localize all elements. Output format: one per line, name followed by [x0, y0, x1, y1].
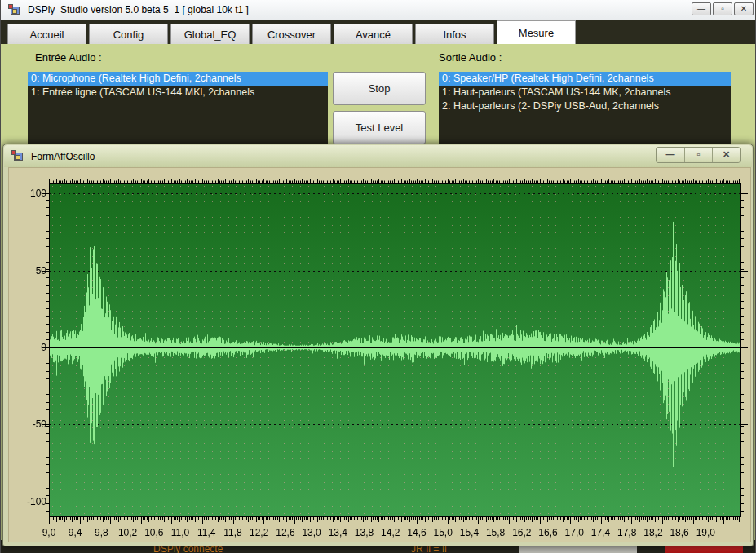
x-tick-label: 13,0 — [298, 527, 325, 538]
close-icon[interactable]: ✕ — [712, 148, 740, 162]
x-tick-label: 16,2 — [508, 527, 536, 538]
oscilloscope-window: FormAffOscillo — ▫ ✕ 100500-50-1009,09,4… — [2, 144, 754, 546]
minimize-icon[interactable]: — — [692, 2, 711, 15]
y-tick-label: 0 — [9, 342, 46, 353]
y-tick-label: 100 — [9, 188, 46, 199]
x-tick-label: 19,0 — [692, 527, 719, 538]
x-tick-label: 12,2 — [245, 527, 273, 538]
desktop-screenshot: DSPiy_Studio version 5.0 beta 5 1 [ glob… — [0, 0, 756, 553]
x-tick-label: 9,8 — [87, 527, 115, 538]
tab-config[interactable]: Config — [89, 24, 168, 44]
oscilloscope-client-area: 100500-50-1009,09,49,810,210,611,011,411… — [8, 167, 751, 542]
x-tick-label: 12,6 — [272, 527, 299, 538]
list-item[interactable]: 0: Microphone (Realtek High Defini, 2cha… — [28, 72, 328, 86]
tab-strip: Accueil Config Global_EQ Crossover Avanc… — [1, 20, 756, 44]
oscilloscope-titlebar[interactable]: FormAffOscillo — ▫ ✕ — [4, 145, 752, 167]
oscilloscope-title: FormAffOscillo — [31, 151, 95, 162]
x-tick-label: 13,4 — [324, 527, 351, 538]
close-icon[interactable]: ✕ — [734, 2, 754, 15]
maximize-icon[interactable]: ▫ — [684, 148, 712, 162]
tab-accueil[interactable]: Accueil — [7, 24, 86, 44]
x-tick-label: 13,8 — [351, 527, 378, 538]
list-item[interactable]: 2: Haut-parleurs (2- DSPiy USB-Aud, 2cha… — [439, 100, 731, 113]
x-tick-label: 14,2 — [377, 527, 405, 538]
x-tick-label: 11,0 — [166, 527, 194, 538]
form-icon — [11, 150, 24, 162]
x-tick-label: 15,8 — [482, 527, 510, 538]
x-tick-label: 11,4 — [192, 527, 220, 538]
x-tick-label: 9,0 — [35, 527, 63, 538]
x-tick-label: 15,0 — [429, 527, 457, 538]
window-title: DSPiy_Studio version 5.0 beta 5 1 [ glob… — [28, 4, 249, 15]
x-tick-label: 16,6 — [534, 527, 562, 538]
y-tick-label: 50 — [9, 265, 46, 276]
output-device-list[interactable]: 0: Speaker/HP (Realtek High Defini, 2cha… — [439, 72, 731, 145]
x-tick-label: 9,4 — [61, 527, 89, 538]
input-device-list[interactable]: 0: Microphone (Realtek High Defini, 2cha… — [28, 72, 328, 145]
x-tick-label: 10,2 — [114, 527, 142, 538]
x-tick-label: 17,0 — [560, 527, 588, 538]
input-audio-label: Entrée Audio : — [35, 51, 102, 64]
oscilloscope-window-controls: — ▫ ✕ — [656, 147, 741, 163]
tab-avance[interactable]: Avancé — [334, 24, 413, 44]
tab-crossover[interactable]: Crossover — [252, 24, 331, 44]
tab-global-eq[interactable]: Global_EQ — [170, 24, 250, 44]
maximize-icon[interactable]: ▫ — [713, 2, 732, 15]
x-tick-label: 15,4 — [455, 527, 483, 538]
x-tick-label: 10,6 — [140, 527, 168, 538]
minimize-icon[interactable]: — — [657, 148, 684, 162]
oscilloscope-plot: 100500-50-1009,09,49,810,210,611,011,411… — [9, 168, 752, 543]
test-level-button[interactable]: Test Level — [333, 111, 426, 144]
list-item[interactable]: 1: Entrée ligne (TASCAM US-144 MKl, 2cha… — [28, 86, 328, 100]
list-item[interactable]: 0: Speaker/HP (Realtek High Defini, 2cha… — [439, 72, 731, 86]
x-tick-label: 17,4 — [586, 527, 614, 538]
list-item[interactable]: 1: Haut-parleurs (TASCAM US-144 MK, 2cha… — [439, 86, 731, 100]
window-controls: — ▫ ✕ — [692, 2, 754, 15]
tab-mesure[interactable]: Mesure — [497, 20, 576, 44]
output-audio-label: Sortie Audio : — [439, 51, 502, 64]
oscilloscope-canvas — [39, 173, 750, 529]
x-tick-label: 18,6 — [665, 527, 693, 538]
x-tick-label: 14,6 — [403, 527, 431, 538]
y-tick-label: -100 — [9, 496, 46, 507]
tab-infos[interactable]: Infos — [415, 24, 494, 44]
stop-button[interactable]: Stop — [333, 72, 426, 105]
main-window-titlebar: DSPiy_Studio version 5.0 beta 5 1 [ glob… — [1, 0, 756, 20]
app-icon — [8, 4, 21, 16]
x-tick-label: 18,2 — [639, 527, 667, 538]
x-tick-label: 17,8 — [613, 527, 641, 538]
x-tick-label: 11,8 — [219, 527, 246, 538]
y-tick-label: -50 — [9, 418, 46, 430]
